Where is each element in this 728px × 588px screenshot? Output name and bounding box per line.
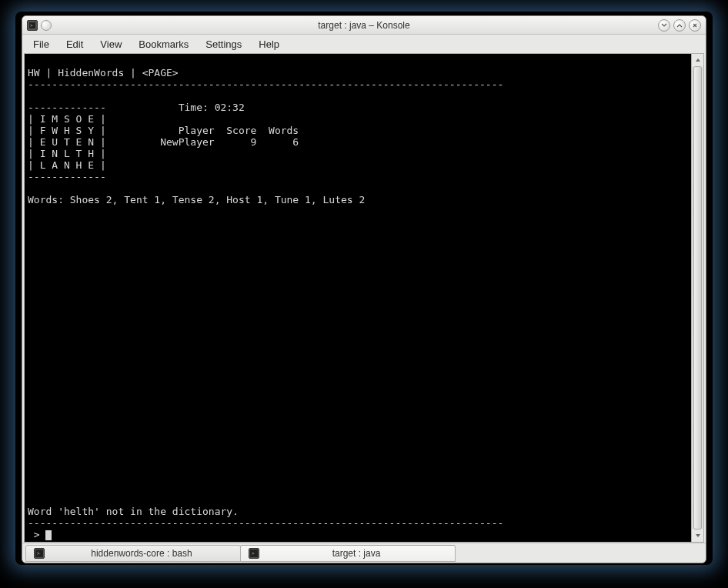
terminal-container: HW | HiddenWords | <PAGE> --------------… [24, 53, 704, 543]
grid-row-2: | F W H S Y | Player Score Words [28, 125, 299, 136]
scroll-thumb[interactable] [693, 66, 702, 530]
scroll-down-icon[interactable] [692, 530, 703, 542]
divider-top: ----------------------------------------… [28, 79, 503, 90]
svg-text:>: > [37, 551, 40, 556]
game-header: HW | HiddenWords | <PAGE> [28, 67, 179, 79]
grid-row-5: | L A N H E | [28, 159, 106, 171]
tab-label: hiddenwords-core : bash [51, 548, 232, 559]
grid-bottom: ------------- [28, 171, 106, 182]
window-title: target : java – Konsole [22, 20, 706, 31]
grid-row-1: | I M S O E | [28, 113, 106, 125]
maximize-button[interactable] [673, 19, 686, 32]
menubar: File Edit View Bookmarks Settings Help [22, 35, 706, 53]
menu-file[interactable]: File [25, 36, 57, 52]
cursor [45, 530, 52, 540]
terminal-icon: > [249, 548, 259, 559]
divider-bottom: ----------------------------------------… [28, 517, 503, 529]
menu-bookmarks[interactable]: Bookmarks [131, 36, 196, 52]
svg-text:>: > [30, 23, 33, 28]
svg-text:>: > [252, 551, 255, 556]
menu-edit[interactable]: Edit [58, 36, 91, 52]
scrollbar[interactable] [691, 54, 703, 542]
close-button[interactable] [689, 19, 701, 32]
menu-help[interactable]: Help [251, 36, 287, 52]
terminal[interactable]: HW | HiddenWords | <PAGE> --------------… [25, 54, 691, 542]
menu-settings[interactable]: Settings [198, 36, 249, 52]
scroll-track[interactable] [692, 66, 703, 530]
grid-row-3: | E U T E N | NewPlayer 9 6 [28, 136, 299, 148]
app-icon: > [27, 20, 38, 31]
prompt: > [28, 529, 45, 540]
words-found: Words: Shoes 2, Tent 1, Tense 2, Host 1,… [28, 194, 365, 205]
tab-hiddenwords-core[interactable]: > hiddenwords-core : bash [25, 545, 241, 562]
menu-view[interactable]: View [92, 36, 129, 52]
minimize-button[interactable] [658, 19, 670, 32]
tab-target-java[interactable]: > target : java [240, 545, 456, 562]
konsole-window: > target : java – Konsole File Edit View… [22, 15, 706, 563]
titlebar[interactable]: > target : java – Konsole [22, 16, 706, 35]
grid-row-4: | I N L T H | [28, 148, 106, 159]
sticky-button[interactable] [41, 20, 52, 31]
feedback-message: Word 'helth' not in the dictionary. [28, 506, 239, 517]
time-line: ------------- Time: 02:32 [28, 102, 245, 113]
scroll-up-icon[interactable] [692, 54, 703, 66]
tab-label: target : java [265, 548, 447, 559]
terminal-icon: > [34, 548, 45, 559]
tabbar: > hiddenwords-core : bash > target : jav… [22, 543, 706, 563]
